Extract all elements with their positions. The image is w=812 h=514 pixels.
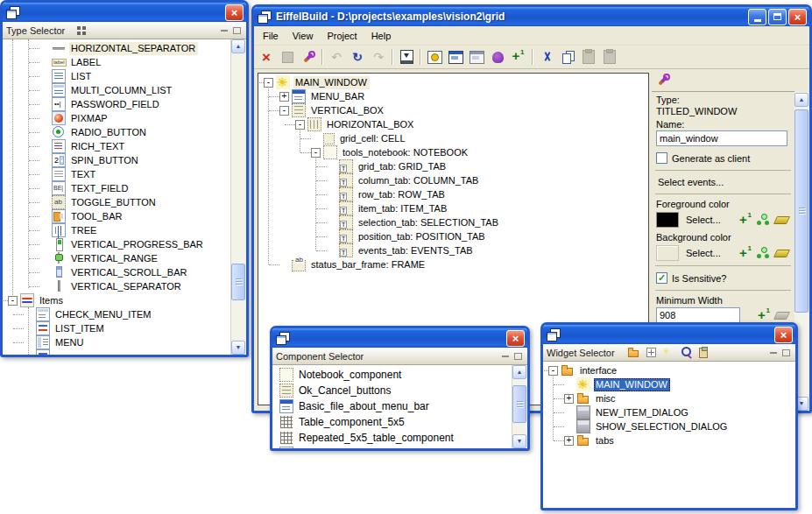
tree-item-items[interactable]: -Items	[3, 293, 231, 307]
tree-item-menu-bar[interactable]: +MENU_BAR	[258, 89, 648, 103]
foreground-select-button[interactable]: Select...	[686, 215, 721, 225]
tree-item-rich-text[interactable]: RICH_TEXT	[3, 139, 231, 153]
minus-expander-icon[interactable]: -	[279, 106, 289, 116]
tree-item-tree[interactable]: TREE	[3, 223, 231, 237]
maximize-icon[interactable]	[233, 27, 241, 34]
scrollbar-thumb[interactable]	[512, 385, 526, 423]
minimum-width-input[interactable]	[656, 307, 740, 323]
grid-plus-icon[interactable]	[646, 348, 656, 357]
plus-expander-icon[interactable]: +	[564, 436, 574, 446]
close-button[interactable]: ×	[225, 4, 244, 21]
tree-item-password-field[interactable]: PASSWORD_FIELD	[3, 97, 231, 111]
tree-item-radio-button[interactable]: RADIO_BUTTON	[3, 125, 231, 139]
minimize-icon[interactable]	[221, 30, 228, 32]
tree-item-main-window[interactable]: MAIN_WINDOW	[543, 377, 795, 391]
plus-one-icon[interactable]	[758, 309, 770, 321]
tree-item-text[interactable]: TEXT	[3, 167, 231, 181]
menu-file[interactable]: File	[256, 28, 286, 44]
minus-expander-icon[interactable]: -	[295, 120, 305, 130]
tree-item-list[interactable]: LIST	[3, 69, 231, 83]
close-button[interactable]: ×	[506, 330, 525, 347]
eraser-icon[interactable]	[773, 216, 790, 224]
minus-expander-icon[interactable]: -	[264, 78, 273, 88]
minimize-icon[interactable]	[770, 352, 777, 354]
is-sensitive-checkbox[interactable]	[656, 272, 667, 284]
export-icon[interactable]	[396, 47, 417, 67]
tree-item-events-tab-events-tab[interactable]: events_tab: EVENTS_TAB	[258, 243, 648, 257]
molecule-icon[interactable]	[757, 214, 770, 226]
minimize-button[interactable]	[748, 9, 766, 25]
tree-item-list-item[interactable]: LIST_ITEM	[3, 321, 231, 335]
tree-item-position-tab-position-tab[interactable]: position_tab: POSITION_TAB	[258, 229, 648, 243]
tree-item-column-tab-column-tab[interactable]: column_tab: COLUMN_TAB	[258, 173, 648, 187]
tree-item-text-field[interactable]: TEXT_FIELD	[3, 181, 231, 195]
tree-item-blank[interactable]	[3, 349, 231, 355]
tree-item-new-item-dialog[interactable]: NEW_ITEM_DIALOG	[543, 405, 795, 419]
scroll-up-icon[interactable]: ▲	[231, 39, 245, 53]
tree-item-misc[interactable]: +misc	[543, 391, 795, 405]
figure-icon[interactable]	[487, 47, 508, 67]
tree-item-table-component-5x5[interactable]: Table_component_5x5	[272, 414, 512, 430]
plus-one-icon[interactable]	[508, 47, 529, 67]
tree-item-spin-button[interactable]: SPIN_BUTTON	[3, 153, 231, 167]
background-select-button[interactable]: Select...	[686, 248, 721, 258]
refresh-icon[interactable]: ↻	[347, 47, 368, 67]
copy-icon[interactable]	[557, 47, 578, 67]
tree-item-multi-column-list[interactable]: MULTI_COLUMN_LIST	[3, 83, 231, 97]
tree-item-label[interactable]: LABEL	[3, 55, 231, 69]
plus-one-icon[interactable]	[739, 214, 752, 226]
tree-item-pixmap[interactable]: PIXMAP	[3, 111, 231, 125]
tree-item-tabs[interactable]: +tabs	[543, 433, 795, 447]
tree-item-toggle-button[interactable]: TOGGLE_BUTTON	[3, 195, 231, 209]
tree-item-check-menu-item[interactable]: CHECK_MENU_ITEM	[3, 307, 231, 321]
folder-icon[interactable]	[628, 347, 640, 358]
tree-item-grid-tab-grid-tab[interactable]: grid_tab: GRID_TAB	[258, 159, 648, 173]
tree-item-main-window[interactable]: -MAIN_WINDOW	[258, 75, 648, 89]
maximize-icon[interactable]	[782, 349, 790, 356]
clipboard-icon[interactable]	[699, 348, 708, 358]
main-titlebar[interactable]: EiffelBuild - D:\projects\examples\visio…	[254, 7, 809, 26]
maximize-icon[interactable]	[514, 353, 522, 360]
tree-item-vertical-box[interactable]: -VERTICAL_BOX	[258, 103, 648, 117]
eraser-icon[interactable]	[773, 250, 790, 257]
tree-item-tool-bar[interactable]: TOOL_BAR	[3, 209, 231, 223]
background-color-swatch[interactable]	[656, 245, 679, 261]
plus-one-icon[interactable]	[739, 247, 752, 259]
component-selector-titlebar[interactable]: ×	[272, 328, 527, 348]
sunburst-icon[interactable]	[662, 347, 674, 358]
type-selector-titlebar[interactable]: ×	[3, 3, 246, 22]
tree-item-vertical-range[interactable]: VERTICAL_RANGE	[3, 251, 231, 265]
menu-view[interactable]: View	[286, 28, 321, 44]
tree-item-vertical-separator[interactable]: VERTICAL_SEPARATOR	[3, 279, 231, 293]
menu-help[interactable]: Help	[364, 28, 399, 44]
tree-item-vertical-scroll-bar[interactable]: VERTICAL_SCROLL_BAR	[3, 265, 231, 279]
minimize-icon[interactable]	[502, 356, 509, 357]
tree-item-notebook-component[interactable]: Notebook_component	[272, 367, 512, 383]
foreground-color-swatch[interactable]	[656, 212, 679, 228]
window-icon[interactable]	[445, 47, 466, 67]
minus-expander-icon[interactable]: -	[8, 296, 18, 306]
plus-expander-icon[interactable]: +	[564, 394, 574, 404]
wrench-icon[interactable]	[298, 47, 319, 67]
select-events-button[interactable]: Select events...	[658, 177, 790, 187]
cut-icon[interactable]	[536, 47, 557, 67]
scroll-up-icon[interactable]: ▲	[794, 93, 808, 107]
minus-expander-icon[interactable]: -	[311, 148, 321, 158]
scroll-up-icon[interactable]: ▲	[512, 365, 526, 379]
tree-item-menu[interactable]: MENU	[3, 335, 231, 349]
tree-item-grid-cell-cell[interactable]: grid_cell: CELL	[258, 131, 648, 145]
tree-item-show-selection-dialog[interactable]: SHOW_SELECTION_DIALOG	[543, 419, 795, 433]
vertical-scrollbar[interactable]: ▲ ▼	[230, 39, 246, 355]
close-button[interactable]: ×	[788, 9, 807, 25]
scroll-down-icon[interactable]: ▼	[231, 341, 245, 355]
menu-project[interactable]: Project	[320, 28, 364, 44]
scrollbar-thumb[interactable]	[794, 109, 808, 313]
scrollbar-thumb[interactable]	[231, 264, 245, 300]
window-gray-icon[interactable]	[466, 47, 487, 67]
gear-window-icon[interactable]	[424, 47, 445, 67]
generate-as-client-checkbox[interactable]	[656, 152, 667, 164]
delete-icon[interactable]: ×	[256, 47, 277, 67]
tree-item-horizontal-separator[interactable]: HORIZONTAL_SEPARATOR	[3, 41, 231, 55]
tree-item-repeated-5x5-table-component[interactable]: Repeated_5x5_table_component	[272, 430, 512, 446]
tree-item-tools-notebook-notebook[interactable]: -tools_notebook: NOTEBOOK	[258, 145, 648, 159]
